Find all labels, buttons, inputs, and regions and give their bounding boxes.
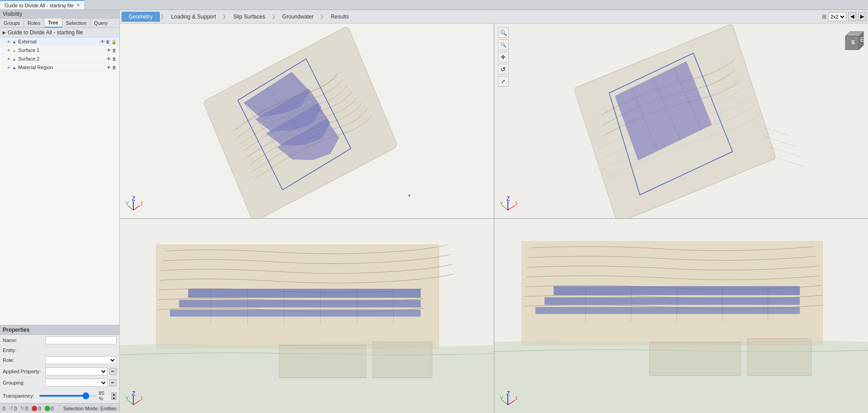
nav-arrow-1: ❯ xyxy=(160,14,164,19)
delete-icon-surface1[interactable]: 🗑 xyxy=(112,48,117,53)
tab-selection[interactable]: Selection xyxy=(62,19,90,28)
tree-actions-material: 👁 🗑 xyxy=(107,65,117,70)
prop-name-label: Name: xyxy=(3,338,43,343)
cube-navigator[interactable]: S E xyxy=(839,27,863,52)
svg-rect-64 xyxy=(747,338,811,375)
prop-grouping-select[interactable] xyxy=(45,379,108,387)
svg-rect-48 xyxy=(373,342,432,377)
prop-grouping-label: Grouping: xyxy=(3,380,43,385)
svg-rect-38 xyxy=(188,288,421,297)
tab-groups[interactable]: Groups xyxy=(0,19,24,28)
svg-line-65 xyxy=(508,400,515,405)
svg-line-32 xyxy=(508,206,515,210)
tab-roles[interactable]: Roles xyxy=(24,19,44,28)
svg-line-26 xyxy=(772,157,804,167)
delete-icon-surface2[interactable]: 🗑 xyxy=(112,56,117,61)
eye-icon-surface2[interactable]: 👁 xyxy=(107,56,111,61)
nav-tab-bar: Geometry ❯ Loading & Support ❯ Slip Surf… xyxy=(120,10,868,23)
eye-icon-material[interactable]: 👁 xyxy=(107,65,111,70)
nav-tab-loading[interactable]: Loading & Support xyxy=(165,12,222,22)
prop-applied-select[interactable] xyxy=(45,367,108,375)
pan-btn-tr[interactable]: ✛ xyxy=(498,52,509,62)
add-icon-surface1: + xyxy=(7,47,10,53)
green-dot-icon xyxy=(45,406,50,411)
prop-row-grouping: Grouping: ✏ xyxy=(0,377,119,389)
transparency-decrement[interactable]: ▼ xyxy=(111,396,117,400)
prop-row-transparency: Transparency: 85 % ▲ ▼ xyxy=(0,389,119,403)
tree-actions-external: 👁 🗑 🔒 xyxy=(100,39,117,44)
axis-indicator-tr: X Y Z xyxy=(499,197,517,215)
file-tab-close[interactable]: ✕ xyxy=(76,3,80,8)
tree-item-surface1[interactable]: + ▲ Surface 1 👁 🗑 xyxy=(0,46,119,55)
nav-tab-results[interactable]: Results xyxy=(324,12,355,22)
tree-header: ▶ Guide to Divide All - starting file xyxy=(0,28,119,38)
delete-icon-external[interactable]: 🗑 xyxy=(106,39,110,44)
svg-rect-47 xyxy=(279,345,366,377)
tree-item-material-region[interactable]: + ▲ Material Region 👁 🗑 xyxy=(0,63,119,72)
tab-tree[interactable]: Tree xyxy=(44,19,62,28)
viewport-bottom-right[interactable]: X Y Z xyxy=(494,219,868,413)
svg-text:X: X xyxy=(515,395,517,402)
lock-icon-external[interactable]: 🔒 xyxy=(111,39,117,44)
svg-text:Y: Y xyxy=(125,201,129,207)
svg-text:Z: Z xyxy=(507,391,510,397)
prop-row-role: Role: xyxy=(0,355,119,366)
add-icon-material: + xyxy=(7,65,10,70)
tree-label-surface2: Surface 2 xyxy=(18,56,105,61)
view-controls: ⊞ 2x2 1x1 1x2 2x1 ◀ ▶ xyxy=(822,12,866,21)
grid-layout-icon: ⊞ xyxy=(822,14,826,20)
svg-text:S: S xyxy=(851,39,855,46)
prop-grouping-edit[interactable]: ✏ xyxy=(109,379,117,386)
prop-transparency-label: Transparency: xyxy=(3,393,37,399)
prop-row-applied: Applied Property: ✏ xyxy=(0,366,119,377)
prop-name-input[interactable] xyxy=(45,336,117,344)
transparency-increment[interactable]: ▲ xyxy=(111,392,117,396)
eye-icon-surface1[interactable]: 👁 xyxy=(107,48,111,53)
nav-tab-slip[interactable]: Slip Surfaces xyxy=(227,12,272,22)
svg-text:E: E xyxy=(860,37,864,43)
prop-role-select[interactable] xyxy=(45,356,117,364)
triangle-icon-surface1: ▲ xyxy=(12,48,16,53)
viewport-top-left[interactable]: + X Y Z xyxy=(120,23,494,218)
layout-prev[interactable]: ◀ xyxy=(848,12,856,21)
svg-text:Z: Z xyxy=(132,391,135,397)
status-item-undo: ↺ 0 xyxy=(9,405,17,411)
layout-next[interactable]: ▶ xyxy=(858,12,866,21)
svg-rect-40 xyxy=(170,309,421,316)
triangle-icon-surface2: ▲ xyxy=(12,56,16,61)
file-tab[interactable]: Guide to Divide All - starting file ✕ xyxy=(0,0,85,9)
viewport-bottom-left[interactable]: X Y Z xyxy=(120,219,494,413)
prop-applied-label: Applied Property: xyxy=(3,369,43,374)
rotate-btn-tr[interactable]: ↺ xyxy=(498,64,509,75)
nav-tab-geometry[interactable]: Geometry xyxy=(122,12,160,22)
prop-entity-label: Entity: xyxy=(3,347,43,353)
nav-arrow-3: ❯ xyxy=(272,14,275,19)
tree-label-external: External xyxy=(18,39,99,44)
prop-applied-edit[interactable]: ✏ xyxy=(109,368,117,375)
undo-icon: ↺ xyxy=(9,405,13,411)
svg-text:Z: Z xyxy=(507,197,510,202)
status-item-green: 0 xyxy=(45,406,54,411)
tree-actions-surface2: 👁 🗑 xyxy=(107,56,117,61)
zoom-out-btn-tr[interactable]: 🔍 xyxy=(498,39,509,50)
tab-query[interactable]: Query xyxy=(90,19,111,28)
tree-item-external[interactable]: + ▲ External 👁 🗑 🔒 xyxy=(0,38,119,46)
nav-arrow-4: ❯ xyxy=(320,14,324,19)
triangle-icon-external: ▲ xyxy=(12,39,16,44)
prop-transparency-slider[interactable] xyxy=(39,395,97,397)
zoom-in-btn-tr[interactable]: 🔍 xyxy=(498,27,509,38)
visibility-tab-bar: Groups Roles Tree Selection Query xyxy=(0,19,119,28)
status-item-red: 0 xyxy=(32,406,41,411)
delete-icon-material[interactable]: 🗑 xyxy=(112,65,117,70)
axis-indicator-bl: X Y Z xyxy=(124,391,142,409)
svg-text:X: X xyxy=(515,201,517,207)
axis-indicator-br: X Y Z xyxy=(499,391,517,409)
viewport-top-right[interactable]: 🔍 🔍 ✛ ↺ ⤢ S E xyxy=(494,23,868,218)
tree-item-surface2[interactable]: + ▲ Surface 2 👁 🗑 xyxy=(0,55,119,63)
fit-btn-tr[interactable]: ⤢ xyxy=(498,76,509,87)
layout-select[interactable]: 2x2 1x1 1x2 2x1 xyxy=(828,12,846,21)
nav-tab-groundwater[interactable]: Groundwater xyxy=(276,12,320,22)
viewport-grid: + X Y Z xyxy=(120,23,868,413)
eye-icon-external[interactable]: 👁 xyxy=(100,39,105,44)
prop-role-label: Role: xyxy=(3,357,43,363)
